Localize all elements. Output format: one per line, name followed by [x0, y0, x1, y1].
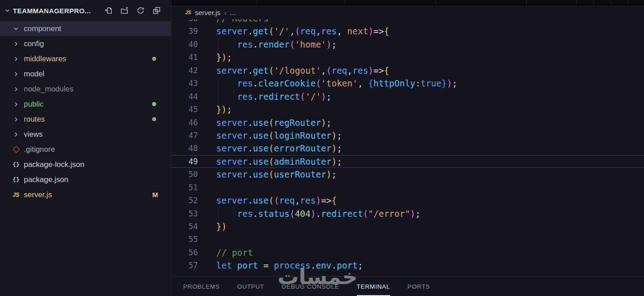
refresh-icon — [136, 6, 145, 15]
tree-item-label: node_modules — [24, 85, 73, 93]
code-line[interactable]: 43res.clearCookie('token', {httpOnly:tru… — [171, 77, 644, 90]
code-text: server.use(loginRouter); — [216, 129, 644, 142]
code-line[interactable]: 52server.use((req,res)=>{ — [171, 194, 644, 207]
indent-guide — [216, 90, 237, 103]
panel-tab-output[interactable]: OUTPUT — [237, 278, 264, 296]
code-text: server.use((req,res)=>{ — [216, 194, 644, 207]
code-text: server.use(adminRouter); — [216, 155, 644, 168]
new-file-button[interactable] — [104, 5, 114, 16]
new-folder-button[interactable] — [120, 5, 130, 16]
line-number: 40 — [171, 38, 198, 51]
code-line[interactable]: 39server.get('/',(req,res, next)=>{ — [171, 25, 644, 38]
indent-guide — [216, 38, 237, 51]
tree-item-model[interactable]: model — [0, 66, 171, 81]
code-line[interactable]: 54}) — [171, 220, 644, 233]
line-number: 52 — [171, 194, 198, 207]
code-text: // port — [216, 246, 644, 259]
code-text: server.get('/logout',(req,res)=>{ — [216, 64, 644, 77]
line-number: 44 — [171, 90, 198, 103]
code-line[interactable]: 45}); — [171, 103, 644, 116]
chevron-right-icon — [12, 55, 20, 63]
line-number: 46 — [171, 116, 198, 129]
code-line[interactable]: 49server.use(adminRouter); — [171, 155, 644, 168]
code-line[interactable]: 48server.use(errorRouter); — [171, 142, 644, 155]
tree-item-middlewares[interactable]: middlewares — [0, 51, 171, 66]
chevron-down-icon — [4, 7, 11, 14]
breadcrumb-file[interactable]: server.js — [195, 9, 220, 16]
code-line[interactable]: 51 — [171, 181, 644, 194]
code-line[interactable]: 57let port = process.env.port; — [171, 259, 644, 272]
collapse-folders-icon — [153, 6, 161, 15]
code-line[interactable]: 47server.use(loginRouter); — [171, 129, 644, 142]
panel-tab-ports[interactable]: PORTS — [408, 278, 430, 296]
code-text: server.use(userRouter); — [216, 168, 644, 181]
new-file-icon — [104, 6, 113, 15]
line-number: 50 — [171, 168, 198, 181]
code-text: }); — [216, 103, 644, 116]
code-text — [216, 181, 644, 194]
tree-item-package.json[interactable]: {}package.json — [0, 172, 171, 187]
git-status-dot — [152, 117, 156, 121]
collapse-folders-button[interactable] — [152, 5, 162, 16]
tree-item-.gitignore[interactable]: .gitignore — [0, 142, 171, 157]
panel-tab-terminal[interactable]: TERMINAL — [357, 278, 390, 296]
code-line[interactable]: 38// Routers — [171, 19, 644, 25]
tree-item-routes[interactable]: routes — [0, 112, 171, 127]
panel-tab-problems[interactable]: PROBLEMS — [183, 278, 220, 296]
code-line[interactable]: 50server.use(userRouter); — [171, 168, 644, 181]
json-file-icon: {} — [12, 161, 20, 168]
line-number: 48 — [171, 142, 198, 155]
indent-guide — [216, 207, 237, 220]
tree-item-package-lock.json[interactable]: {}package-lock.json — [0, 157, 171, 172]
chevron-right-icon — [12, 40, 20, 48]
code-text: let port = process.env.port; — [216, 259, 644, 272]
code-line[interactable]: 46server.use(regRouter); — [171, 116, 644, 129]
code-line[interactable]: 44res.redirect('/'); — [171, 90, 644, 103]
tree-item-label: routes — [24, 115, 45, 124]
tab-separator — [257, 0, 257, 5]
code-text: server.use(regRouter); — [216, 116, 644, 129]
editor-tab-bar — [171, 0, 644, 5]
line-number: 51 — [171, 181, 198, 194]
tree-item-views[interactable]: views — [0, 127, 171, 142]
explorer-title: TEAMMANAGERPRO... — [13, 7, 91, 15]
tree-item-node_modules[interactable]: node_modules — [0, 81, 171, 97]
tab-separator — [344, 0, 344, 5]
file-tree: componentconfigmiddlewaresmodelnode_modu… — [0, 21, 171, 202]
chevron-down-icon — [12, 25, 20, 32]
breadcrumb-more[interactable]: ... — [230, 9, 236, 16]
tree-item-label: views — [24, 130, 43, 139]
explorer-sidebar: TEAMMANAGERPRO... — [0, 0, 171, 296]
refresh-button[interactable] — [136, 5, 146, 16]
tree-item-component[interactable]: component — [0, 21, 171, 36]
chevron-right-icon — [12, 70, 20, 78]
git-status-dot — [152, 57, 156, 61]
line-number: 47 — [171, 129, 198, 142]
code-text: server.get('/',(req,res, next)=>{ — [216, 25, 644, 38]
tree-item-server.js[interactable]: JSserver.jsM — [0, 187, 171, 202]
explorer-header[interactable]: TEAMMANAGERPRO... — [0, 0, 171, 21]
json-file-icon: {} — [12, 176, 20, 183]
tree-item-label: component — [24, 24, 61, 33]
new-folder-icon — [120, 6, 129, 15]
code-text: server.use(errorRouter); — [216, 142, 644, 155]
chevron-right-icon — [12, 101, 20, 108]
js-file-icon: JS — [185, 10, 191, 15]
line-number: 57 — [171, 259, 198, 272]
editor-area: JS server.js › ... 38// Routers39server.… — [171, 0, 644, 296]
code-line[interactable]: 56// port — [171, 246, 644, 259]
tree-item-public[interactable]: public — [0, 97, 171, 112]
git-modified-badge: M — [153, 191, 158, 199]
code-line[interactable]: 42server.get('/logout',(req,res)=>{ — [171, 64, 644, 77]
code-line[interactable]: 41}); — [171, 51, 644, 64]
chevron-right-icon — [12, 116, 20, 123]
line-number: 43 — [171, 77, 198, 90]
code-line[interactable]: 40res.render('home'); — [171, 38, 644, 51]
tree-item-config[interactable]: config — [0, 36, 171, 51]
code-editor[interactable]: 38// Routers39server.get('/',(req,res, n… — [171, 19, 644, 277]
code-line[interactable]: 55 — [171, 233, 644, 246]
indent-guide — [216, 77, 237, 90]
code-line[interactable]: 53res.status(404).redirect("/error"); — [171, 207, 644, 220]
panel-tab-debug-console[interactable]: DEBUG CONSOLE — [282, 278, 339, 296]
code-text: }); — [216, 51, 644, 64]
